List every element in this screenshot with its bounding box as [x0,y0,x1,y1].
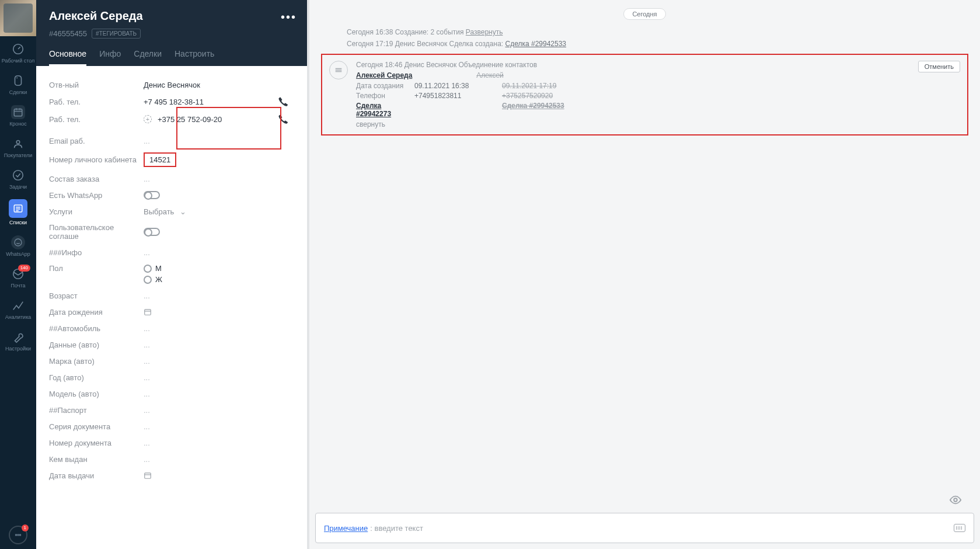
nav-desktop[interactable]: Рабочий стол [0,36,36,68]
svg-point-8 [18,534,19,536]
merge-primary-name[interactable]: Алексей Середа [356,71,412,79]
list-icon [11,201,25,216]
cancel-merge-button[interactable]: Отменить [918,61,960,72]
account-value[interactable]: 14521 [149,155,170,164]
agreement-toggle[interactable] [144,228,160,236]
tab-info[interactable]: Инфо [99,49,121,66]
birth-label: Дата рождения [49,308,144,317]
notifications-button[interactable]: 1 [9,526,27,544]
phone-icon [278,96,288,107]
issuedby-label: Кем выдан [49,455,144,464]
note-prefix: Примечание [324,524,368,533]
nav-tasks[interactable]: Задачи [0,162,36,194]
email-label: Email раб. [49,137,144,145]
phone-icon [278,114,288,124]
calendar-icon[interactable] [144,308,152,316]
age-label: Возраст [49,291,144,300]
svg-rect-11 [145,473,151,478]
docseries-label: Серия документа [49,422,144,431]
car-header: ##Автомобиль [49,324,144,333]
check-circle-icon [11,168,25,182]
nav-kronos[interactable]: Кронос [0,99,36,131]
svg-point-5 [15,239,22,246]
wrench-icon [11,330,25,344]
feed-entry: Сегодня 17:19 Денис Веснячок Сделка созд… [347,40,974,48]
order-value[interactable]: ... [144,175,150,183]
gender-f-radio[interactable]: Ж [144,275,162,284]
deal-link[interactable]: Сделка #29942533 [505,40,567,48]
collapse-link[interactable]: свернуть [356,120,959,128]
call-phone2-button[interactable] [278,114,288,124]
svg-point-2 [16,140,20,144]
users-icon [11,137,25,151]
merge-secondary-name: Алексей [476,71,503,79]
calendar-icon[interactable] [144,471,152,479]
contact-id: #46555455 [49,29,87,38]
tab-deals[interactable]: Сделки [134,49,162,66]
responsible-value[interactable]: Денис Веснячок [144,81,200,89]
note-input[interactable]: Примечание : введите текст [315,513,974,543]
calendar-icon [11,105,25,119]
cardata-label: Данные (авто) [49,340,144,349]
nav-lists[interactable]: Списки [0,193,36,230]
services-select[interactable]: Выбрать ⌄ [144,207,186,216]
date-separator: Сегодня [315,8,974,20]
feed-entry: Сегодня 16:38 Создание: 2 события Развер… [347,28,974,36]
tag-button[interactable]: #ТЕГИРОВАТЬ [92,29,141,39]
nav-whatsapp[interactable]: WhatsApp [0,230,36,261]
nav-analytics[interactable]: Аналитика [0,293,36,324]
nav-customers[interactable]: Покупатели [0,131,36,162]
contact-title: Алексей Середа [49,9,294,23]
note-placeholder: : введите текст [370,524,423,533]
info-header: ###Инфо [49,248,144,257]
passport-header: ##Паспорт [49,406,144,415]
phone1-value[interactable]: +7 495 182-38-11 [144,98,204,106]
merge-deal2-link[interactable]: Сделка #29942533 [502,102,590,118]
merge-deal1-link[interactable]: Сделка #29942273 [356,102,414,118]
chart-icon [11,298,25,312]
tab-configure[interactable]: Настроить [175,49,214,66]
keyboard-icon[interactable] [954,524,965,532]
gender-label: Пол [49,264,144,273]
svg-point-12 [954,498,957,502]
svg-rect-1 [14,109,22,116]
merge-icon [329,61,348,79]
docnum-label: Номер документа [49,439,144,447]
activity-feed: Сегодня Сегодня 16:38 Создание: 2 событи… [309,0,980,513]
gender-m-radio[interactable]: М [144,264,162,273]
order-label: Состав заказа [49,175,144,183]
model-label: Модель (авто) [49,390,144,398]
whatsapp-toggle[interactable] [144,191,160,199]
email-value[interactable]: ... [144,137,150,145]
activity-panel: Сегодня Сегодня 16:38 Создание: 2 событи… [309,0,980,549]
nav-deals[interactable]: Сделки [0,68,36,99]
more-button[interactable]: ••• [281,11,297,24]
phone1-label: Раб. тел. [49,98,144,106]
brand-label: Марка (авто) [49,357,144,366]
tag-icon [11,74,25,88]
issuedate-label: Дата выдачи [49,471,144,480]
expand-link[interactable]: Развернуть [466,28,503,36]
agreement-label: Пользовательское соглаше [49,223,144,241]
svg-point-7 [15,534,16,536]
mail-badge: 140 [18,265,30,272]
account-value-highlight: 14521 [144,152,176,167]
notif-badge: 1 [22,524,29,531]
sidebar: Рабочий стол Сделки Кронос Покупатели За… [0,0,36,549]
svg-point-3 [13,170,23,180]
contact-header: Алексей Середа ••• #46555455 #ТЕГИРОВАТЬ… [36,0,307,66]
contact-form: Отв-ный Денис Веснячок Раб. тел. +7 495 … [36,66,307,549]
nav-settings[interactable]: Настройки [0,324,36,356]
contact-panel: Алексей Середа ••• #46555455 #ТЕГИРОВАТЬ… [36,0,309,549]
services-label: Услуги [49,207,144,216]
call-phone1-button[interactable] [278,96,288,107]
nav-mail[interactable]: 140 Почта [0,261,36,293]
eye-icon[interactable] [949,494,962,506]
user-avatar[interactable] [0,0,36,36]
phone2-value[interactable]: + +375 25 752-09-20 [144,115,222,124]
account-label: Номер личного кабинета [49,155,144,164]
phone2-label: Раб. тел. [49,115,144,124]
tab-main[interactable]: Основное [49,49,86,66]
plus-circle-icon: + [144,115,152,123]
merge-event-card: Сегодня 18:46 Денис Веснячок Объединение… [321,54,968,135]
